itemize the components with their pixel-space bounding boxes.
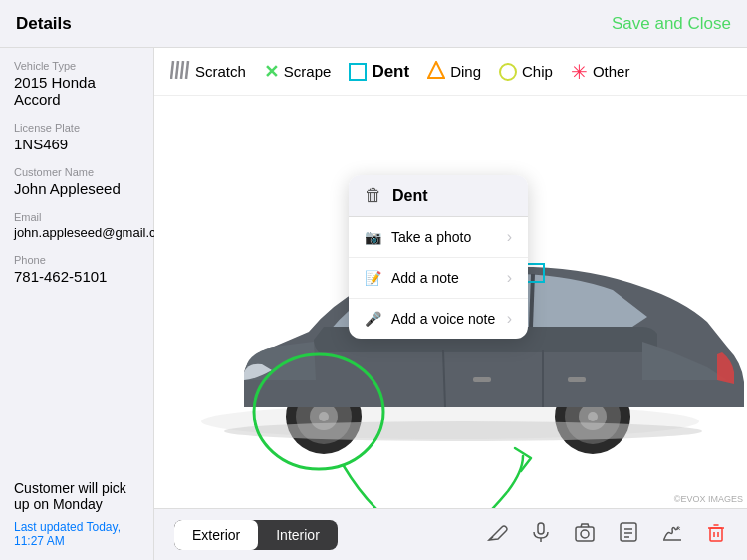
scrape-label: Scrape [284, 63, 332, 80]
customer-name-label: Customer Name [14, 166, 139, 178]
trash-icon: 🗑 [365, 185, 382, 206]
damage-scratch[interactable]: Scratch [170, 61, 246, 82]
svg-rect-20 [568, 377, 586, 382]
tab-interior[interactable]: Interior [258, 520, 338, 550]
mic-icon: 🎤 [365, 311, 381, 327]
scratch-icon [170, 61, 190, 82]
note-bottom-icon[interactable] [618, 521, 639, 548]
add-note-label: Add a note [391, 270, 459, 286]
header: Details Save and Close [0, 0, 747, 48]
camera-bottom-icon[interactable] [574, 521, 596, 548]
delete-icon[interactable] [705, 521, 727, 548]
svg-point-12 [579, 403, 607, 430]
email-field: Email john.appleseed@gmail.com [14, 211, 139, 240]
chevron-right-icon: › [507, 228, 512, 246]
add-voice-note-label: Add a voice note [391, 311, 495, 327]
customer-name-value: John Appleseed [14, 180, 139, 197]
svg-point-5 [201, 404, 699, 439]
license-plate-label: License Plate [14, 122, 139, 134]
dent-popup-header: 🗑 Dent [349, 175, 528, 217]
camera-icon: 📷 [365, 229, 381, 245]
damage-ding[interactable]: Ding [427, 61, 481, 82]
svg-point-25 [581, 530, 589, 538]
damage-chip[interactable]: Chip [499, 63, 553, 81]
svg-rect-32 [710, 528, 722, 541]
svg-point-8 [310, 403, 338, 430]
svg-line-16 [443, 350, 445, 407]
ding-icon [427, 61, 445, 82]
right-panel: Scratch ✕ Scrape Dent Ding Ch [154, 48, 747, 560]
svg-rect-26 [621, 523, 636, 541]
svg-rect-24 [576, 527, 594, 541]
phone-value: 781-462-5101 [14, 268, 139, 285]
tab-exterior[interactable]: Exterior [174, 520, 258, 550]
svg-point-9 [319, 412, 329, 421]
take-photo-label: Take a photo [391, 229, 471, 245]
dent-marker[interactable] [525, 263, 545, 283]
add-voice-note-item[interactable]: 🎤 Add a voice note › [349, 299, 528, 339]
mic-bottom-icon[interactable] [530, 521, 552, 548]
svg-marker-4 [428, 62, 444, 78]
email-value: john.appleseed@gmail.com [14, 225, 139, 240]
sidebar: Vehicle Type 2015 Honda Accord License P… [0, 48, 154, 560]
license-plate-field: License Plate 1NS469 [14, 122, 139, 152]
chip-icon [499, 63, 517, 81]
svg-rect-19 [473, 377, 491, 382]
svg-line-0 [171, 61, 173, 79]
page-title: Details [16, 14, 72, 34]
other-label: Other [593, 63, 630, 80]
vehicle-type-label: Vehicle Type [14, 60, 139, 72]
svg-point-21 [254, 354, 383, 469]
email-label: Email [14, 211, 139, 223]
damage-scrape[interactable]: ✕ Scrape [264, 61, 332, 83]
car-area[interactable]: 🗑 Dent 📷 Take a photo › 📝 Add a note › [154, 96, 747, 508]
svg-line-3 [186, 61, 188, 79]
other-icon: ✳ [571, 60, 588, 84]
svg-point-18 [224, 421, 702, 441]
damage-dent[interactable]: Dent [349, 62, 409, 82]
add-note-item[interactable]: 📝 Add a note › [349, 258, 528, 299]
scrape-icon: ✕ [264, 61, 279, 83]
svg-point-6 [286, 379, 362, 454]
license-plate-value: 1NS469 [14, 136, 139, 152]
take-photo-item[interactable]: 📷 Take a photo › [349, 217, 528, 258]
vehicle-type-value: 2015 Honda Accord [14, 74, 139, 108]
note-icon: 📝 [365, 270, 381, 286]
svg-line-2 [181, 61, 183, 79]
watermark: ©EVOX IMAGES [674, 494, 743, 504]
customer-note: Customer will pick up on Monday [14, 480, 139, 512]
phone-label: Phone [14, 254, 139, 266]
svg-point-11 [565, 389, 621, 444]
phone-field: Phone 781-462-5101 [14, 254, 139, 285]
bottom-action-icons: × [486, 521, 727, 548]
dent-popup: 🗑 Dent 📷 Take a photo › 📝 Add a note › [349, 175, 528, 339]
scratch-label: Scratch [195, 63, 246, 80]
save-close-button[interactable]: Save and Close [612, 14, 731, 34]
svg-point-13 [588, 412, 598, 421]
damage-other[interactable]: ✳ Other [571, 60, 630, 84]
dent-label: Dent [372, 62, 409, 82]
svg-point-7 [296, 389, 352, 444]
svg-line-1 [176, 61, 178, 79]
draw-icon[interactable] [486, 521, 508, 548]
chip-label: Chip [522, 63, 553, 80]
view-tabs: Exterior Interior [174, 520, 338, 550]
chevron-right-icon-2: › [507, 269, 512, 287]
damage-toolbar: Scratch ✕ Scrape Dent Ding Ch [154, 48, 747, 96]
dent-icon [349, 63, 367, 81]
bottom-toolbar: Exterior Interior [154, 508, 747, 560]
vehicle-type-field: Vehicle Type 2015 Honda Accord [14, 60, 139, 108]
sign-icon[interactable]: × [661, 521, 683, 548]
last-updated: Last updated Today, 11:27 AM [14, 520, 139, 548]
customer-name-field: Customer Name John Appleseed [14, 166, 139, 197]
chevron-right-icon-3: › [507, 310, 512, 328]
svg-rect-22 [538, 523, 544, 534]
svg-point-10 [555, 379, 630, 454]
main-layout: Vehicle Type 2015 Honda Accord License P… [0, 48, 747, 560]
dent-popup-title: Dent [392, 187, 428, 205]
svg-text:×: × [676, 524, 681, 533]
ding-label: Ding [450, 63, 481, 80]
